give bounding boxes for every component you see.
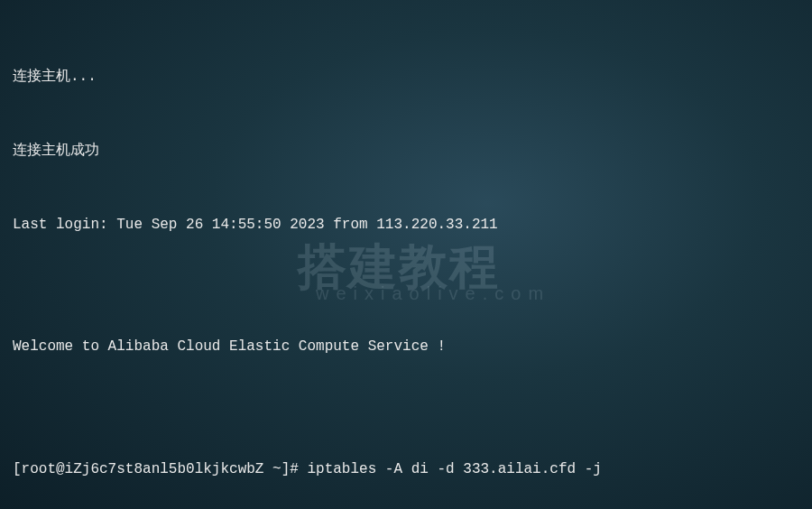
connected-text: 连接主机成功	[13, 139, 799, 163]
command-line-1: [root@iZj6c7st8anl5b0lkjkcwbZ ~]# iptabl…	[13, 458, 799, 482]
terminal-window[interactable]: 连接主机... 连接主机成功 Last login: Tue Sep 26 14…	[13, 16, 799, 509]
last-login-text: Last login: Tue Sep 26 14:55:50 2023 fro…	[13, 213, 799, 237]
welcome-text: Welcome to Alibaba Cloud Elastic Compute…	[13, 335, 799, 359]
connecting-text: 连接主机...	[13, 65, 799, 89]
